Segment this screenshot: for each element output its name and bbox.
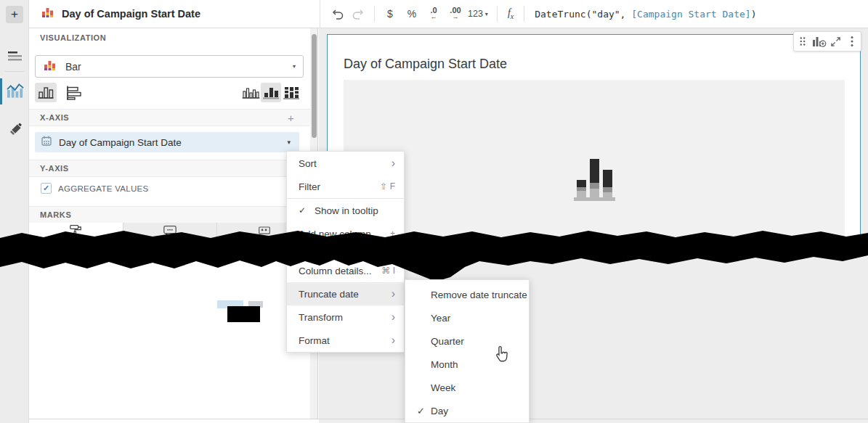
add-element-button[interactable]: +	[6, 6, 23, 23]
submenu-item-label: Year	[431, 313, 522, 324]
bar-chart-color-icon	[41, 6, 54, 22]
marks-tab-tooltip[interactable]	[123, 223, 218, 241]
element-title-area: Day of Campaign Start Date	[29, 0, 320, 28]
toolbar-separator	[497, 6, 498, 22]
chevron-right-icon: ›	[392, 311, 395, 323]
caret-down-icon: ▾	[293, 63, 296, 70]
y-axis-label: Y-AXIS	[40, 164, 69, 173]
formula-input[interactable]: DateTrunc("day", [Campaign Start Date])	[535, 9, 756, 20]
aggregate-values-label: AGGREGATE VALUES	[58, 184, 149, 193]
menu-item-add-new-column[interactable]: Add new column+	[287, 222, 404, 245]
check-icon: ✓	[299, 205, 315, 215]
submenu-item-label: Day	[431, 406, 522, 416]
visualization-section-label: VISUALIZATION	[40, 33, 106, 42]
menu-hidden-region	[287, 245, 404, 259]
paint-roller-icon	[68, 223, 84, 241]
add-child-chart-icon[interactable]	[812, 33, 827, 49]
panel-scrollbar-thumb[interactable]	[312, 34, 317, 138]
menu-item-label: Filter	[299, 181, 380, 192]
app-window: Day of Campaign Start Date $ % .0← .00→ …	[0, 0, 868, 423]
menu-item-transform[interactable]: Transform›	[287, 305, 404, 329]
submenu-item-label: Week	[431, 382, 522, 393]
stacked-bar-button[interactable]	[261, 83, 281, 102]
y-axis-section-header: Y-AXIS	[29, 160, 311, 177]
increase-decimal-button[interactable]: .00→	[446, 4, 465, 24]
menu-item-label: Format	[299, 335, 392, 346]
menu-item-sort[interactable]: Sort›	[287, 152, 404, 175]
chart-title: Day of Campaign Start Date	[344, 57, 507, 72]
page-title: Day of Campaign Start Date	[62, 8, 200, 20]
drag-handle-icon[interactable]	[795, 33, 810, 49]
bar-chart-color-icon	[43, 59, 57, 75]
menu-item-truncate-date[interactable]: Truncate date›	[287, 282, 404, 305]
redaction-blob	[227, 306, 260, 322]
decrease-decimal-button[interactable]: .0←	[424, 4, 443, 24]
horizontal-bar-button[interactable]	[62, 83, 84, 102]
menu-item-column-details[interactable]: Column details...⌘ I	[287, 259, 404, 282]
chevron-right-icon: ›	[392, 288, 395, 300]
x-axis-field-name: Day of Campaign Start Date	[59, 137, 277, 148]
calendar-icon	[41, 135, 52, 149]
submenu-item-quarter[interactable]: Quarter	[405, 329, 529, 353]
formula-field-reference: [Campaign Start Date]	[631, 9, 750, 20]
menu-item-format[interactable]: Format›	[287, 329, 404, 352]
format-brush-icon[interactable]	[6, 120, 25, 139]
currency-format-button[interactable]: $	[381, 4, 399, 24]
outline-icon[interactable]	[6, 46, 25, 65]
aggregate-values-checkbox[interactable]: ✓	[41, 183, 52, 194]
percent-format-button[interactable]: %	[402, 4, 421, 24]
column-context-menu: Sort›Filter⇧ F✓Show in tooltipAdd new co…	[286, 151, 405, 353]
maximize-icon[interactable]	[828, 33, 843, 49]
tooltip-bubble-icon	[162, 223, 178, 241]
top-header: Day of Campaign Start Date $ % .0← .00→ …	[0, 0, 868, 28]
chevron-right-icon: ›	[392, 334, 395, 346]
chart-panel-icon[interactable]	[6, 81, 25, 100]
caret-down-icon: ▾	[485, 11, 488, 17]
check-icon: ✓	[411, 406, 431, 416]
submenu-item-year[interactable]: Year	[405, 306, 529, 329]
marks-label: MARKS	[40, 210, 71, 219]
chart-plot-area	[344, 80, 845, 237]
submenu-item-label: Month	[431, 359, 522, 370]
rail-active-indicator	[0, 78, 2, 104]
undo-button[interactable]	[328, 4, 346, 24]
toolbar-separator	[524, 6, 524, 22]
chevron-right-icon: ›	[392, 157, 395, 169]
format-toolbar: $ % .0← .00→ 123▾ fx DateTrunc("day", [C…	[320, 0, 868, 28]
vertical-bar-button[interactable]	[35, 83, 57, 102]
menu-item-label: Add new column	[299, 229, 390, 239]
viz-type-value: Bar	[65, 61, 282, 73]
grouped-bar-button[interactable]	[240, 83, 261, 102]
percent-stacked-bar-button[interactable]	[281, 83, 301, 102]
marks-tab-style[interactable]	[29, 223, 123, 241]
submenu-item-month[interactable]: Month	[405, 353, 529, 376]
field-menu-caret[interactable]: ▾	[284, 139, 293, 146]
menu-item-show-in-tooltip[interactable]: ✓Show in tooltip	[287, 199, 404, 222]
menu-item-label: Show in tooltip	[315, 205, 395, 216]
submenu-item-day[interactable]: ✓Day	[405, 399, 529, 422]
submenu-item-week[interactable]: Week	[405, 376, 529, 399]
menu-item-label: Transform	[299, 312, 392, 323]
fx-icon: fx	[508, 7, 514, 20]
viz-type-dropdown[interactable]: Bar ▾	[35, 55, 304, 78]
menu-shortcut: +	[390, 229, 395, 239]
chart-floating-toolbar	[793, 31, 861, 52]
menu-item-filter[interactable]: Filter⇧ F	[287, 175, 404, 198]
x-axis-section-header: X-AXIS +	[29, 109, 311, 126]
submenu-item-label: Quarter	[431, 336, 522, 347]
truncate-date-submenu: Remove date truncateYearQuarterMonthWeek…	[405, 279, 530, 423]
submenu-item-label: Remove date truncate	[431, 289, 527, 300]
add-x-axis-field-icon[interactable]: +	[288, 112, 294, 124]
menu-shortcut: ⌘ I	[381, 266, 395, 276]
kebab-menu-icon[interactable]	[845, 33, 859, 49]
menu-item-label: Sort	[299, 158, 392, 169]
submenu-item-remove-date-truncate[interactable]: Remove date truncate	[405, 283, 529, 306]
number-format-dropdown[interactable]: 123▾	[468, 4, 488, 24]
redo-button[interactable]	[349, 4, 368, 24]
left-rail: +	[0, 0, 29, 423]
toolbar-separator	[374, 6, 375, 22]
menu-shortcut: ⇧ F	[380, 181, 395, 192]
marks-section-header: MARKS	[29, 206, 311, 223]
marks-tabs	[29, 223, 311, 241]
x-axis-field-pill[interactable]: Day of Campaign Start Date ▾	[35, 132, 299, 152]
